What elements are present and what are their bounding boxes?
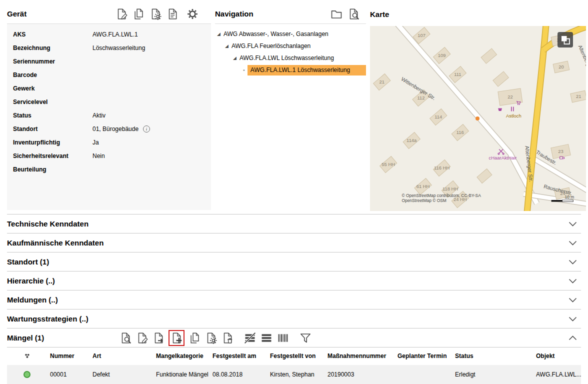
geraet-panel-header: Gerät (7, 4, 211, 24)
accordion-hierarchie[interactable]: Hierarchie (..) (7, 271, 581, 290)
accordion-maengel[interactable]: Mängel (1) (7, 328, 581, 347)
expand-triangle-icon[interactable] (233, 56, 236, 60)
accordion-standort[interactable]: Standort (1) (7, 252, 581, 271)
building-number: 22 (508, 94, 512, 100)
accordion-meldungen[interactable]: Meldungen (..) (7, 290, 581, 309)
accordion-label: Meldungen (..) (7, 296, 58, 304)
chevron-up-icon[interactable] (568, 336, 577, 340)
tree-node-label[interactable]: AWG.FLA Feuerlöschanlagen (232, 42, 310, 50)
info-icon[interactable] (143, 126, 150, 132)
tree-node-label[interactable]: AWG.FLA.LWL Löschwasserleitung (240, 54, 334, 62)
layers-icon (560, 34, 571, 46)
map-canvas[interactable]: 107 109 111 112 114 116 114a 55 HH 116 H… (370, 26, 586, 211)
column-header-festgestellt-von[interactable]: Festgestellt von (270, 348, 328, 365)
column-header-massnahmennummer[interactable]: Maßnahmennummer (328, 348, 398, 365)
accordion-sections: Technische Kenndaten Kaufmännische Kennd… (7, 214, 581, 347)
column-header-nummer[interactable]: Nummer (50, 348, 92, 365)
document-settings-button[interactable] (149, 8, 162, 20)
cell-massnahmennummer: 20190003 (328, 365, 398, 384)
building-number: 116 (456, 130, 464, 135)
column-header-geplanter-termin[interactable]: Geplanter Termin (398, 348, 455, 365)
report-document-button[interactable] (166, 8, 179, 20)
maengel-copy-button[interactable] (188, 332, 201, 344)
folder-button[interactable] (330, 8, 343, 20)
field-inventurpflichtig: InventurpflichtigJa (7, 136, 211, 149)
map-layers-button[interactable] (558, 32, 573, 48)
poi-label-astloch: Astloch (506, 113, 522, 118)
karte-panel-title: Karte (370, 10, 389, 18)
building-number: 61 HH (416, 184, 430, 189)
tree-node-label[interactable]: AWG.FLA.LWL.1 Löschwasserleitung (248, 65, 366, 76)
accordion-label: Hierarchie (..) (7, 276, 55, 285)
status-column-header[interactable] (7, 348, 50, 365)
building-number: 109 (438, 52, 446, 58)
field-value: 01, Bürogebäude (92, 126, 138, 132)
maengel-view-button[interactable] (119, 332, 132, 344)
field-seriennummer: Seriennummer (7, 54, 211, 68)
table-row[interactable]: 00001 Defekt Funktionale Mängel 08.08.20… (7, 365, 581, 384)
navigation-tree: AWG Abwasser-, Wasser-, Gasanlagen AWG.F… (215, 24, 366, 210)
chevron-down-icon[interactable] (568, 260, 577, 264)
maengel-rows-button[interactable] (260, 332, 273, 344)
field-label: Servicelevel (13, 98, 92, 106)
chevron-down-icon[interactable] (568, 278, 577, 284)
maengel-filter-button[interactable] (299, 332, 312, 344)
building-number: 112 (418, 95, 425, 100)
column-header-status[interactable]: Status (455, 348, 536, 365)
maengel-table: Nummer Art Mangelkategorie Festgestellt … (7, 347, 581, 384)
geraet-toolbar (115, 8, 199, 20)
tree-node[interactable]: AWG.FLA.LWL Löschwasserleitung (215, 52, 366, 64)
tree-node[interactable]: AWG Abwasser-, Wasser-, Gasanlagen (215, 28, 366, 40)
accordion-wartungsstrategien[interactable]: Wartungsstrategien (..) (7, 309, 581, 328)
cell-festgestellt-am: 08.08.2018 (212, 365, 270, 384)
field-label: Barcode (13, 72, 92, 78)
accordion-label: Technische Kenndaten (7, 220, 88, 228)
accordion-kaufmaennische-kenndaten[interactable]: Kaufmännische Kenndaten (7, 233, 581, 252)
application-window: Gerät AKSAWG.FLA.LWL.1 BezeichnungLöschw… (0, 0, 588, 384)
building-number: 23 (558, 148, 563, 154)
copy-document-button[interactable] (132, 8, 145, 20)
search-document-button[interactable] (347, 8, 360, 20)
field-bezeichnung: BezeichnungLöschwasserleitung (7, 41, 211, 54)
settings-gear-button[interactable] (186, 8, 199, 20)
maengel-settings-button[interactable] (204, 332, 218, 344)
field-value: Nein (92, 152, 105, 160)
chevron-down-icon[interactable] (568, 240, 577, 246)
expand-triangle-icon[interactable] (225, 44, 228, 48)
cell-geplanter-termin (398, 365, 455, 384)
chevron-down-icon[interactable] (568, 316, 577, 322)
chevron-down-icon[interactable] (568, 298, 577, 302)
cell-nummer: 00001 (50, 365, 92, 384)
cell-objekt: AWG.FLA.LWL.... (536, 365, 581, 384)
attribution-line1: © OpenStreetMap contributors, CC-BY-SA (402, 193, 481, 198)
building-number: 118 HH (442, 186, 458, 192)
accordion-label: Mängel (1) (7, 334, 44, 342)
column-header-mangelkategorie[interactable]: Mangelkategorie (156, 348, 212, 365)
expand-triangle-icon[interactable] (217, 32, 220, 36)
geraet-panel-title: Gerät (7, 10, 26, 18)
maengel-barcode-button[interactable] (276, 332, 290, 344)
accordion-label: Standort (1) (7, 258, 49, 266)
tree-node[interactable]: AWG.FLA Feuerlöschanlagen (215, 40, 366, 52)
navigation-panel-title: Navigation (215, 10, 254, 18)
maengel-edit-button[interactable] (136, 332, 148, 344)
tree-node-label[interactable]: AWG Abwasser-, Wasser-, Gasanlagen (224, 30, 328, 38)
accordion-label: Wartungsstrategien (..) (7, 314, 88, 323)
cell-mangelkategorie: Funktionale Mängel (156, 365, 212, 384)
maengel-forward-button[interactable] (152, 332, 165, 344)
field-status: StatusAktiv (7, 108, 211, 122)
column-header-objekt[interactable]: Objekt (536, 348, 581, 365)
tree-node-selected[interactable]: AWG.FLA.LWL.1 Löschwasserleitung (215, 64, 366, 76)
building-number: 114a (406, 138, 417, 143)
field-label: Bezeichnung (13, 44, 92, 52)
field-value: Aktiv (92, 112, 106, 119)
chevron-down-icon[interactable] (568, 222, 577, 226)
column-header-festgestellt-am[interactable]: Festgestellt am (212, 348, 270, 365)
maengel-toolbar (119, 330, 312, 346)
maengel-delete-button[interactable] (221, 332, 234, 344)
edit-document-button[interactable] (115, 8, 128, 20)
column-header-art[interactable]: Art (92, 348, 156, 365)
maengel-add-button[interactable] (170, 332, 183, 344)
maengel-strike-rows-button[interactable] (244, 332, 256, 344)
accordion-technische-kenndaten[interactable]: Technische Kenndaten (7, 214, 581, 233)
